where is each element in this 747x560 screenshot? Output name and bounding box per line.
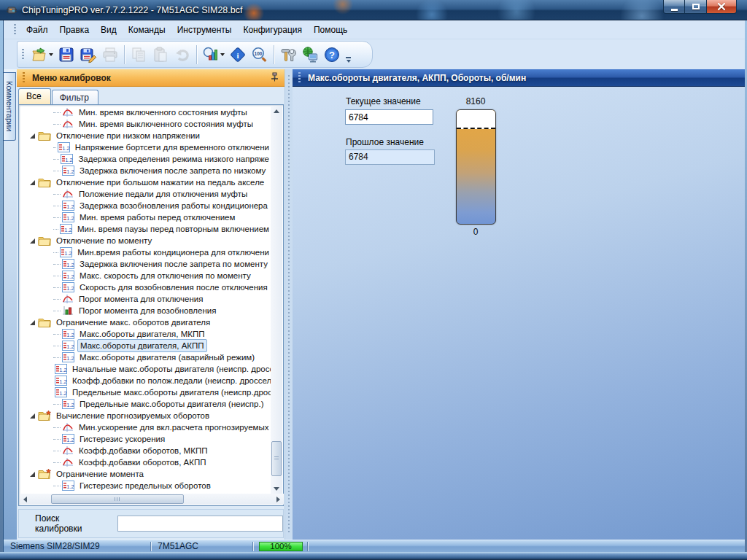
tab-filter[interactable]: Фильтр (52, 90, 98, 104)
tree-folder[interactable]: Отключение при большом нажатии на педаль… (20, 176, 271, 188)
tree-folder[interactable]: Ограничение макс. оборотов двигателя (20, 316, 271, 328)
tree-item[interactable]: Мин.ускорение для вкл.расчета прогнозиру… (20, 421, 271, 433)
tree-expander-icon[interactable] (30, 472, 35, 477)
tree-connector (53, 299, 61, 300)
value-gauge (456, 109, 496, 225)
tree-item[interactable]: 1.2Предельные макс.обороты двигателя (не… (20, 386, 271, 398)
menu-item-5[interactable]: Конфигурация (237, 22, 308, 38)
undo-icon (174, 46, 191, 63)
tree-item[interactable]: 1.2Задержка включения после запрета по м… (20, 258, 271, 270)
num-icon: 1.2 (62, 271, 74, 281)
tree-vertical-scrollbar[interactable] (271, 106, 282, 494)
tree-expander-icon[interactable] (30, 413, 35, 419)
toolbar-separator (124, 45, 125, 64)
menu-item-0[interactable]: Файл (20, 22, 54, 38)
info-icon: i (229, 46, 247, 63)
help-button[interactable]: ? (321, 44, 343, 66)
tree-item[interactable]: Порог момента для возобновления (20, 305, 271, 316)
panel-splitter[interactable] (285, 69, 293, 540)
tools-button[interactable] (277, 44, 299, 66)
tree-item[interactable]: 1.2Задержка включения после запрета по н… (20, 165, 271, 176)
comments-tab[interactable]: Комментарии (4, 72, 16, 141)
tree-folder[interactable]: Отключение при низком напряжении (20, 130, 271, 141)
tree-expander-icon[interactable] (30, 133, 35, 139)
tree-item-label: Предельные макс.обороты двигателя (неисп… (70, 386, 271, 398)
tree-item[interactable]: Коэфф.добавки оборотов, АКПП (20, 456, 271, 468)
tree-item[interactable]: Порог момента для отключения (20, 293, 271, 305)
tree-item-label: Ограничение макс. оборотов двигателя (54, 316, 212, 328)
num-icon: 1.2 (62, 399, 74, 409)
tree-item-label: Ограничение момента (54, 468, 146, 480)
scroll-left-button[interactable] (20, 494, 31, 505)
vertical-scroll-thumb[interactable] (271, 441, 282, 476)
tree-item-label: Макс.обороты двигателя (аварийный режим) (77, 351, 257, 363)
tree-horizontal-scrollbar[interactable] (20, 494, 284, 505)
svg-text:1.2: 1.2 (66, 262, 74, 268)
tree-item[interactable]: Положение педали для отключения муфты (20, 188, 271, 200)
save-as-icon (80, 46, 97, 63)
tree-item[interactable]: Мин. время выключенного состояния муфты (20, 118, 271, 130)
tree-connector (53, 171, 61, 171)
tree-item[interactable]: 1.2Макс.обороты двигателя, АКПП (20, 340, 271, 351)
tree-item[interactable]: 1.2Предельные макс.обороты двигателя (не… (20, 398, 271, 410)
tree-item[interactable]: 1.2Мин. время паузы перед повторным вклю… (20, 223, 271, 235)
tree-item[interactable]: Мин. время включенного состояния муфты (20, 106, 271, 118)
tree-expander-icon[interactable] (30, 238, 35, 244)
scroll-up-button[interactable] (271, 106, 282, 117)
chart-view-dropdown-caret[interactable] (220, 53, 225, 56)
scroll-down-button[interactable] (271, 483, 282, 494)
network-button[interactable] (299, 44, 321, 66)
tree-item-label: Отключение при низком напряжении (54, 130, 202, 141)
tree-item[interactable]: 1.2Мин.время работы кондиционера для отк… (20, 246, 271, 258)
save-button[interactable] (55, 44, 77, 66)
help-icon: ? (323, 46, 341, 63)
tree-item-label: Мин.время работы кондиционера для отключ… (75, 246, 271, 258)
tree-item[interactable]: 1.2Гистерезис ускорения (20, 433, 271, 445)
menu-item-6[interactable]: Помощь (308, 22, 353, 38)
open-button[interactable] (28, 44, 50, 66)
tree-item[interactable]: 1.2Задержка определения режима низкого н… (20, 153, 271, 165)
tree-item[interactable]: 1.2Скорость для возобновления после откл… (20, 281, 271, 293)
svg-text:1.2: 1.2 (66, 483, 74, 490)
tree-folder[interactable]: Отключение по моменту (20, 235, 271, 246)
tree-item[interactable]: 1.2Мин. время работы перед отключением (20, 211, 271, 223)
tree-item[interactable]: 1.2Макс.обороты двигателя (аварийный реж… (20, 351, 271, 363)
tree-item[interactable]: 1.2Коэфф.добавки по полож.педали (неиспр… (20, 375, 271, 386)
menu-item-1[interactable]: Правка (54, 22, 96, 38)
tools-icon (279, 46, 297, 63)
scroll-right-button[interactable] (273, 494, 284, 505)
main-area: Комментарии Меню калибровок Все Фильтр М… (4, 69, 745, 540)
open-dropdown-caret[interactable] (49, 53, 53, 56)
bar-icon (62, 306, 74, 316)
tree-item[interactable]: 1.2Гистерезис предельных оборотов (20, 480, 271, 491)
tree-item[interactable]: 1.2Напряжение бортсети для временного от… (20, 141, 271, 153)
menu-item-3[interactable]: Команды (123, 22, 171, 38)
tree-item[interactable]: 1.2Начальные макс.обороты двигателя (неи… (20, 363, 271, 375)
window-title: ChipTuningPRO ver.7.7.2.1222 - 7M51AGC S… (22, 5, 242, 15)
calibration-search-input[interactable] (117, 516, 283, 532)
tree-folder[interactable]: Вычисление прогнозируемых оборотов (20, 410, 271, 421)
num-icon: 1.2 (55, 364, 67, 374)
save-as-button[interactable] (77, 44, 99, 66)
maximize-button[interactable] (685, 0, 706, 14)
tree-connector (53, 439, 61, 440)
menu-item-4[interactable]: Инструменты (171, 22, 238, 38)
zoom-100-button[interactable]: 100 (249, 44, 271, 66)
toolbar-overflow-button[interactable] (344, 44, 352, 66)
menu-item-2[interactable]: Вид (95, 22, 123, 38)
info-button[interactable]: i (227, 44, 249, 66)
tree-item[interactable]: 1.2Задержка возобновления работы кондици… (20, 200, 271, 211)
tree-item[interactable]: Коэфф.добавки оборотов, МКПП (20, 445, 271, 456)
scroll-right-icon (276, 497, 280, 502)
tab-all[interactable]: Все (18, 88, 51, 104)
pin-icon[interactable] (271, 72, 279, 84)
tree-folder[interactable]: Ограничение момента (20, 468, 271, 480)
close-button[interactable] (706, 0, 737, 14)
tree-item[interactable]: 1.2Макс. скорость для отключения по моме… (20, 270, 271, 281)
horizontal-scroll-thumb[interactable] (51, 494, 184, 504)
tree-expander-icon[interactable] (30, 320, 35, 325)
tree-expander-icon[interactable] (30, 180, 35, 185)
chart-view-button[interactable] (200, 44, 222, 66)
minimize-button[interactable] (663, 0, 685, 14)
tree-item[interactable]: 1.2Макс.обороты двигателя, МКПП (20, 328, 271, 340)
